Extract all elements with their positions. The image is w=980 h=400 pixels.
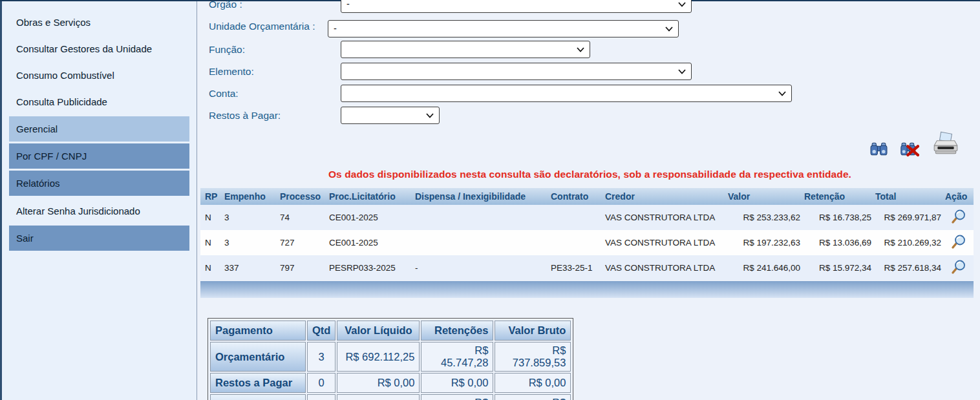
summary-valor-bruto: R$ 737.859,53 xyxy=(495,394,571,400)
summary-retencoes: R$ 0,00 xyxy=(421,373,493,393)
chevron-down-icon xyxy=(778,91,786,96)
cell-empenho: 337 xyxy=(222,255,278,280)
elemento-label: Elemento: xyxy=(209,63,341,79)
conta-select[interactable] xyxy=(341,85,792,102)
filter-row-funcao: Função: xyxy=(209,41,980,58)
col-retencao: Retenção xyxy=(802,188,873,205)
col-rp: RP xyxy=(200,188,222,205)
magnifier-detail-icon[interactable] xyxy=(951,267,966,277)
cell-retencao: R$ 15.972,34 xyxy=(802,255,873,280)
chevron-down-icon xyxy=(426,113,434,118)
sidebar-item-consulta-publicidade[interactable]: Consulta Publicidade xyxy=(2,89,197,115)
cell-contrato: PE33-25-1 xyxy=(549,255,603,280)
unidade-orcamentaria-label: Unidade Orçamentária : xyxy=(209,17,328,34)
sidebar-item-consumo-combustivel[interactable]: Consumo Combustível xyxy=(2,62,197,89)
cell-rp: N xyxy=(200,255,222,280)
summary-qtd: 0 xyxy=(307,373,336,393)
cell-acao xyxy=(943,255,974,280)
summary-row-orcamentario: Orçamentário 3 R$ 692.112,25 R$ 45.747,2… xyxy=(210,342,571,372)
cell-proc-licitatorio: CE001-2025 xyxy=(327,205,413,230)
summary-qtd: 3 xyxy=(307,394,336,400)
funcao-label: Função: xyxy=(209,41,341,58)
sidebar-item-por-cpf-cnpj[interactable]: Por CPF / CNPJ xyxy=(9,143,189,169)
cell-empenho: 3 xyxy=(222,230,278,255)
summary-col-retencoes: Retenções xyxy=(421,321,493,341)
elemento-select[interactable] xyxy=(341,63,692,80)
cell-valor: R$ 241.646,00 xyxy=(726,255,802,280)
unidade-orcamentaria-select[interactable]: - xyxy=(328,20,679,37)
cell-proc-licitatorio: CE001-2025 xyxy=(327,230,413,255)
cell-dispensa xyxy=(413,205,549,230)
page: Obras e Serviços Consultar Gestores da U… xyxy=(0,0,980,400)
orgao-select[interactable]: - xyxy=(341,0,692,13)
summary-retencoes: R$ 45.747,28 xyxy=(421,342,493,372)
summary-row-restos-a-pagar: Restos a Pagar 0 R$ 0,00 R$ 0,00 R$ 0,00 xyxy=(210,373,571,393)
summary-row-label: Total xyxy=(210,394,306,400)
restos-a-pagar-select[interactable] xyxy=(341,107,440,124)
summary-valor-liquido: R$ 692.112,25 xyxy=(337,394,420,400)
chevron-down-icon xyxy=(665,26,673,32)
cell-credor: VAS CONSTRUTORA LTDA xyxy=(603,205,726,230)
col-empenho: Empenho xyxy=(222,188,278,205)
summary-valor-bruto: R$ 737.859,53 xyxy=(495,342,571,372)
payment-summary-wrap: Pagamento Qtd Valor Líquido Retenções Va… xyxy=(208,318,573,400)
cell-acao xyxy=(943,230,974,255)
chevron-down-icon xyxy=(678,69,686,74)
search-binoculars-icon[interactable] xyxy=(870,141,888,160)
summary-col-valor-liquido: Valor Líquido xyxy=(337,321,420,341)
cell-rp: N xyxy=(200,205,222,230)
summary-header-row: Pagamento Qtd Valor Líquido Retenções Va… xyxy=(210,321,571,341)
cell-contrato xyxy=(549,230,603,255)
cell-dispensa xyxy=(413,230,549,255)
summary-col-valor-bruto: Valor Bruto xyxy=(495,321,571,341)
cell-dispensa: - xyxy=(413,255,549,280)
results-header-row: RP Empenho Processo Proc.Licitatório Dis… xyxy=(200,188,974,205)
cell-total: R$ 269.971,87 xyxy=(873,205,943,230)
cell-total: R$ 210.269,32 xyxy=(873,230,943,255)
cell-empenho: 3 xyxy=(222,205,278,230)
summary-col-qtd: Qtd xyxy=(307,321,336,341)
filter-form: Orgão : - Unidade Orçamentária : - Funçã… xyxy=(200,0,980,124)
orgao-label: Orgão : xyxy=(209,0,341,12)
sidebar-item-gerencial[interactable]: Gerencial xyxy=(9,116,189,142)
sidebar-item-sair[interactable]: Sair xyxy=(9,226,189,251)
cell-valor: R$ 197.232,63 xyxy=(726,230,802,255)
unidade-orcamentaria-select-value: - xyxy=(334,23,337,34)
summary-retencoes: R$ 45.747,28 xyxy=(421,394,493,400)
printer-icon[interactable] xyxy=(932,130,959,160)
cell-contrato xyxy=(549,205,603,230)
cell-retencao: R$ 13.036,69 xyxy=(802,230,873,255)
cell-valor: R$ 253.233,62 xyxy=(726,205,802,230)
cell-rp: N xyxy=(200,230,222,255)
magnifier-detail-icon[interactable] xyxy=(951,242,966,251)
filter-row-restos: Restos à Pagar: xyxy=(209,107,980,124)
sidebar: Obras e Serviços Consultar Gestores da U… xyxy=(0,1,197,400)
cell-retencao: R$ 16.738,25 xyxy=(802,205,873,230)
cell-credor: VAS CONSTRUTORA LTDA xyxy=(603,255,726,280)
results-table-wrap: RP Empenho Processo Proc.Licitatório Dis… xyxy=(200,188,974,298)
col-acao: Ação xyxy=(943,188,974,205)
table-row: N 3 727 CE001-2025 VAS CONSTRUTORA LTDA … xyxy=(200,230,974,255)
sidebar-item-consultar-gestores[interactable]: Consultar Gestores da Unidade xyxy=(2,36,197,62)
cell-credor: VAS CONSTRUTORA LTDA xyxy=(603,230,726,255)
filter-row-orgao: Orgão : - xyxy=(209,0,980,13)
clear-search-binoculars-icon[interactable] xyxy=(900,141,919,160)
summary-col-pagamento: Pagamento xyxy=(210,321,306,341)
summary-valor-bruto: R$ 0,00 xyxy=(495,373,571,393)
col-valor: Valor xyxy=(726,188,802,205)
col-dispensa-inexigibilidade: Dispensa / Inexigibilidade xyxy=(413,188,549,205)
restos-a-pagar-label: Restos à Pagar: xyxy=(209,107,341,123)
summary-row-total: Total 3 R$ 692.112,25 R$ 45.747,28 R$ 73… xyxy=(210,394,571,400)
sidebar-item-relatorios[interactable]: Relatórios xyxy=(9,171,189,196)
magnifier-detail-icon[interactable] xyxy=(951,216,966,226)
cell-total: R$ 257.618,34 xyxy=(873,255,943,280)
cell-proc-licitatorio: PESRP033-2025 xyxy=(327,255,413,280)
table-row: N 337 797 PESRP033-2025 - PE33-25-1 VAS … xyxy=(200,255,974,280)
chevron-down-icon xyxy=(577,47,584,52)
summary-row-label: Restos a Pagar xyxy=(210,373,306,393)
toolbar xyxy=(200,129,980,160)
sidebar-item-alterar-senha[interactable]: Alterar Senha Jurisdicionado xyxy=(2,198,197,224)
results-footer-bar xyxy=(200,281,974,298)
sidebar-item-obras-e-servicos[interactable]: Obras e Serviços xyxy=(2,9,197,36)
funcao-select[interactable] xyxy=(341,41,590,58)
